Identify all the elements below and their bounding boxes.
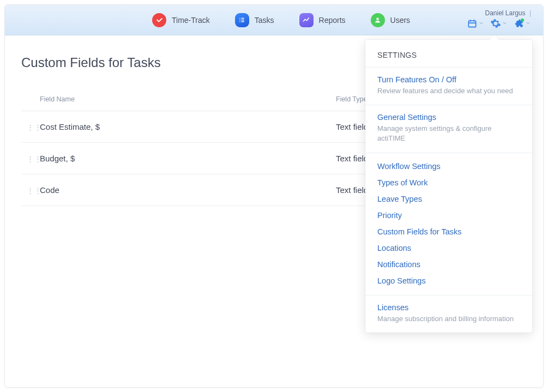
col-field-name: Field Name: [40, 95, 336, 103]
settings-link-notifications[interactable]: Notifications: [377, 260, 520, 269]
settings-link-locations[interactable]: Locations: [377, 244, 520, 252]
settings-link-licenses[interactable]: Licenses: [377, 303, 520, 312]
settings-link-general[interactable]: General Settings: [377, 113, 520, 122]
puzzle-icon: [514, 18, 525, 29]
popover-link-list: Workflow Settings Types of Work Leave Ty…: [365, 153, 532, 295]
svg-point-6: [376, 17, 378, 20]
tasks-icon: [235, 13, 249, 27]
nav-label: Tasks: [255, 16, 274, 25]
settings-link-types-of-work[interactable]: Types of Work: [377, 178, 520, 187]
settings-link-leave-types[interactable]: Leave Types: [377, 195, 520, 203]
nav-users[interactable]: Users: [371, 13, 411, 27]
popover-section: Licenses Manage subscription and billing…: [365, 295, 532, 333]
chevron-down-icon: [479, 21, 484, 26]
nav-label: Time-Track: [172, 16, 210, 25]
settings-desc: Manage system settings & configure actiT…: [377, 124, 520, 143]
nav-group: Time-Track Tasks Reports Users: [152, 13, 410, 27]
svg-rect-5: [241, 21, 244, 22]
svg-rect-4: [239, 21, 240, 22]
cell-field-name: Cost Estimate, $: [40, 122, 336, 131]
time-track-icon: [152, 13, 166, 27]
nav-time-track[interactable]: Time-Track: [152, 13, 210, 27]
nav-reports[interactable]: Reports: [299, 13, 346, 27]
svg-rect-0: [239, 18, 240, 19]
svg-rect-7: [468, 21, 475, 27]
nav-label: Reports: [319, 16, 346, 25]
calendar-button[interactable]: [465, 17, 485, 30]
settings-link-workflow[interactable]: Workflow Settings: [377, 162, 520, 171]
settings-desc: Manage subscription and billing informat…: [377, 314, 520, 324]
svg-rect-1: [241, 18, 244, 19]
nav-label: Users: [390, 16, 411, 25]
settings-link-custom-fields[interactable]: Custom Fields for Tasks: [377, 227, 520, 236]
settings-desc: Review features and decide what you need: [377, 86, 520, 96]
settings-button[interactable]: [489, 17, 509, 30]
popover-title: SETTINGS: [365, 40, 532, 67]
settings-link-logo[interactable]: Logo Settings: [377, 276, 520, 285]
integrations-button[interactable]: [512, 17, 532, 30]
cell-field-name: Budget, $: [40, 154, 336, 163]
chevron-down-icon: [502, 21, 507, 26]
settings-popover: SETTINGS Turn Features On / Off Review f…: [365, 40, 532, 333]
users-icon: [371, 13, 385, 27]
popover-section: Turn Features On / Off Review features a…: [365, 67, 532, 105]
topbar: Time-Track Tasks Reports Users: [5, 5, 543, 35]
reports-icon: [299, 13, 314, 27]
current-user-label[interactable]: Daniel Largus |: [485, 9, 532, 17]
svg-rect-3: [241, 20, 244, 21]
nav-tasks[interactable]: Tasks: [235, 13, 274, 27]
settings-link-priority[interactable]: Priority: [377, 211, 520, 220]
chevron-down-icon: [526, 21, 531, 26]
app-container: Time-Track Tasks Reports Users: [4, 4, 544, 388]
settings-link-features[interactable]: Turn Features On / Off: [377, 75, 520, 84]
svg-rect-2: [239, 20, 240, 21]
popover-section: General Settings Manage system settings …: [365, 105, 532, 152]
pipe-separator: |: [528, 9, 531, 17]
cell-field-name: Code: [40, 185, 336, 195]
